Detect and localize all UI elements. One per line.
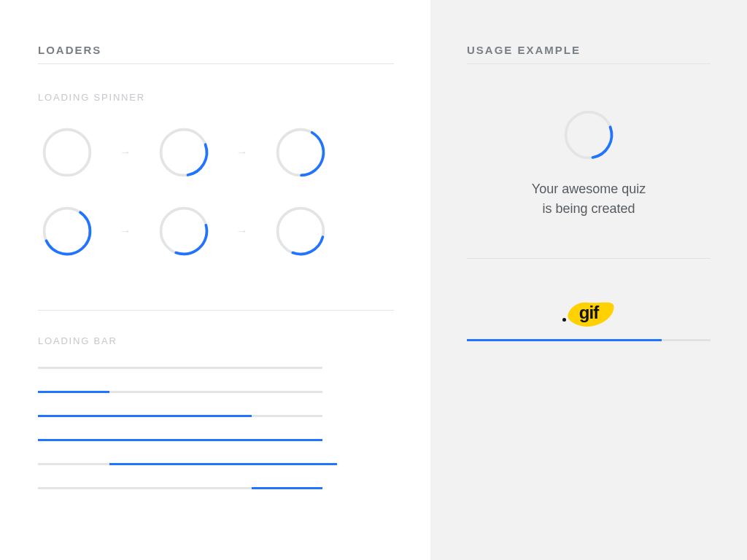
- spinner-frame-3: [271, 123, 330, 182]
- spinner-frame-6: [271, 202, 330, 260]
- spinner-row: → →: [38, 123, 330, 182]
- arrow-icon: →: [96, 225, 155, 238]
- loading-bar: [38, 463, 322, 465]
- title-divider: [38, 63, 394, 64]
- loading-spinner-subtitle: LOADING SPINNER: [38, 92, 394, 103]
- example-message: Your awesome quiz is being created: [532, 179, 646, 219]
- loading-bar: [38, 367, 322, 369]
- example-spinner-block: Your awesome quiz is being created: [467, 108, 711, 219]
- spinner-grid: → → →: [38, 123, 394, 281]
- spinner-frame-1: [38, 123, 96, 182]
- spinner-icon: [157, 125, 211, 179]
- spinner-icon: [274, 204, 328, 258]
- loading-bar: [38, 415, 322, 417]
- example-message-line1: Your awesome quiz: [532, 182, 646, 196]
- spinner-icon: [157, 204, 211, 258]
- spinner-icon: [562, 108, 616, 162]
- spinner-frame-4: [38, 202, 96, 260]
- section-divider: [38, 310, 394, 311]
- gif-text: gif: [560, 297, 618, 329]
- svg-point-0: [44, 130, 90, 176]
- arrow-icon: →: [213, 146, 271, 159]
- spinner-icon: [40, 125, 94, 179]
- loading-bar: [38, 391, 322, 393]
- example-bar-block: gif: [467, 297, 711, 341]
- example-message-line2: is being created: [542, 201, 635, 216]
- loading-bar: [38, 487, 322, 489]
- arrow-icon: →: [213, 225, 271, 238]
- spinner-icon: [40, 204, 94, 258]
- loaders-panel: LOADERS LOADING SPINNER → →: [0, 0, 430, 560]
- title-divider: [467, 63, 711, 64]
- arrow-icon: →: [96, 146, 155, 159]
- gif-logo: gif: [560, 297, 618, 329]
- usage-example-title: USAGE EXAMPLE: [467, 44, 711, 56]
- loading-bar: [38, 439, 322, 441]
- usage-example-panel: USAGE EXAMPLE Your awesome quiz is being…: [430, 0, 747, 560]
- loaders-title: LOADERS: [38, 44, 394, 56]
- loading-bar-list: [38, 367, 394, 489]
- spinner-icon: [274, 125, 328, 179]
- spinner-frame-2: [155, 123, 213, 182]
- spinner-row: → →: [38, 202, 330, 260]
- loading-bar-subtitle: LOADING BAR: [38, 335, 394, 346]
- example-loading-bar: [467, 339, 711, 341]
- section-divider: [467, 258, 711, 259]
- spinner-frame-5: [155, 202, 213, 260]
